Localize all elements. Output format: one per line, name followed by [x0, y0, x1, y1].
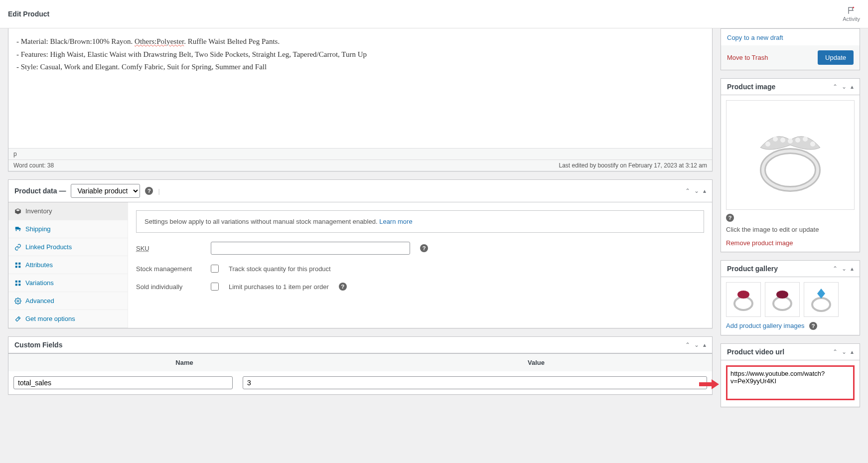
top-bar: Edit Product Activity [0, 0, 868, 28]
sku-label: SKU [136, 245, 201, 252]
link-icon [14, 244, 21, 251]
product-image-preview[interactable] [726, 100, 855, 210]
svg-point-9 [17, 300, 19, 302]
product-data-box: Product data — Variable product ? | ⌃ ⌄ … [8, 179, 713, 328]
flag-icon [847, 6, 856, 15]
gallery-thumb[interactable] [726, 282, 761, 317]
grid-icon [14, 262, 21, 269]
svg-rect-6 [18, 280, 20, 282]
stock-mgmt-label: Stock management [136, 265, 201, 273]
word-count: Word count: 38 [13, 162, 54, 169]
last-edited: Last edited by boostify on February 17, … [559, 162, 707, 169]
svg-point-13 [773, 137, 778, 142]
activity-label: Activity [843, 16, 860, 22]
panel-up-icon[interactable]: ⌃ [685, 187, 690, 194]
cf-value-input[interactable] [243, 376, 707, 389]
panel-toggle-icon[interactable]: ▴ [851, 83, 854, 90]
tab-inventory[interactable]: Inventory [8, 202, 128, 220]
annotation-arrow-icon [699, 379, 719, 389]
cf-name-input[interactable] [13, 376, 233, 389]
track-stock-label: Track stock quantity for this product [229, 265, 331, 273]
svg-point-11 [763, 151, 818, 189]
ring-image-icon [745, 115, 835, 195]
svg-rect-5 [15, 280, 17, 282]
product-image-box: Product image ⌃ ⌄ ▴ [721, 78, 860, 252]
sku-input[interactable] [211, 242, 410, 255]
svg-point-15 [788, 139, 793, 144]
product-image-title: Product image [727, 83, 775, 91]
panel-up-icon[interactable]: ⌃ [833, 348, 838, 355]
sold-individually-checkbox[interactable] [211, 283, 219, 291]
svg-rect-4 [18, 266, 20, 268]
panel-down-icon[interactable]: ⌄ [842, 265, 847, 272]
content-editor[interactable]: - Material: Black/Brown:100% Rayon. Othe… [8, 28, 712, 148]
publish-box: Copy to a new draft Move to Trash Update [721, 28, 860, 70]
svg-point-23 [812, 298, 830, 311]
product-type-select[interactable]: Variable product [71, 184, 140, 198]
content-editor-box: - Material: Black/Brown:100% Rayon. Othe… [8, 28, 713, 171]
custom-fields-title: Custom Fields [14, 341, 62, 349]
help-icon[interactable]: ? [339, 283, 347, 291]
help-icon[interactable]: ? [809, 322, 817, 330]
panel-up-icon[interactable]: ⌃ [685, 341, 690, 348]
svg-rect-1 [15, 262, 17, 264]
svg-rect-7 [15, 284, 17, 286]
panel-toggle-icon[interactable]: ▴ [851, 265, 854, 272]
panel-toggle-icon[interactable]: ▴ [703, 187, 706, 194]
add-gallery-link[interactable]: Add product gallery images [726, 322, 805, 329]
help-icon[interactable]: ? [420, 244, 428, 252]
tab-variations[interactable]: Variations [8, 274, 128, 292]
panel-up-icon[interactable]: ⌃ [833, 83, 838, 90]
learn-more-link[interactable]: Learn more [379, 218, 412, 225]
gallery-thumb[interactable] [804, 282, 839, 317]
svg-point-19 [734, 297, 752, 310]
panel-up-icon[interactable]: ⌃ [833, 265, 838, 272]
page-title: Edit Product [8, 10, 49, 18]
copy-draft-link[interactable]: Copy to a new draft [727, 34, 854, 41]
product-data-tabs: Inventory Shipping Linked Products Attri… [8, 202, 128, 328]
product-video-box: Product video url ⌃ ⌄ ▴ [721, 343, 860, 407]
svg-point-16 [795, 138, 800, 143]
activity-button[interactable]: Activity [843, 6, 860, 22]
remove-image-link[interactable]: Remove product image [726, 239, 793, 247]
help-icon[interactable]: ? [145, 187, 153, 195]
panel-toggle-icon[interactable]: ▴ [703, 341, 706, 348]
panel-down-icon[interactable]: ⌄ [694, 187, 699, 194]
editor-element-path: p [8, 149, 712, 160]
inventory-icon [14, 208, 21, 215]
wand-icon [14, 315, 21, 322]
truck-icon [14, 226, 21, 233]
product-data-title: Product data — [14, 187, 66, 195]
panel-down-icon[interactable]: ⌄ [694, 341, 699, 348]
ring-thumb-icon [767, 285, 797, 314]
gallery-thumb[interactable] [765, 282, 800, 317]
svg-marker-24 [817, 289, 825, 299]
svg-point-21 [773, 297, 791, 310]
panel-down-icon[interactable]: ⌄ [842, 348, 847, 355]
sold-ind-label: Sold individually [136, 283, 201, 291]
svg-rect-3 [15, 266, 17, 268]
tab-get-more[interactable]: Get more options [8, 310, 128, 328]
update-button[interactable]: Update [818, 50, 854, 65]
svg-point-20 [737, 291, 749, 299]
tab-linked-products[interactable]: Linked Products [8, 238, 128, 256]
move-to-trash-link[interactable]: Move to Trash [727, 54, 768, 61]
svg-rect-2 [18, 262, 20, 264]
custom-fields-box: Custom Fields ⌃ ⌄ ▴ Name Value [8, 336, 713, 395]
cf-col-value: Value [360, 354, 712, 371]
tab-attributes[interactable]: Attributes [8, 256, 128, 274]
image-edit-note: Click the image to edit or update [726, 226, 855, 233]
svg-point-18 [810, 142, 815, 147]
svg-point-17 [803, 137, 808, 142]
panel-down-icon[interactable]: ⌄ [842, 83, 847, 90]
variations-icon [14, 280, 21, 287]
sold-ind-cb-label: Limit purchases to 1 item per order [229, 283, 329, 291]
svg-point-0 [853, 7, 854, 8]
help-icon[interactable]: ? [726, 214, 734, 222]
tab-shipping[interactable]: Shipping [8, 220, 128, 238]
panel-toggle-icon[interactable]: ▴ [851, 348, 854, 355]
track-stock-checkbox[interactable] [211, 265, 219, 273]
video-url-input[interactable] [726, 365, 855, 400]
product-gallery-box: Product gallery ⌃ ⌄ ▴ Add pro [721, 260, 860, 335]
tab-advanced[interactable]: Advanced [8, 292, 128, 310]
